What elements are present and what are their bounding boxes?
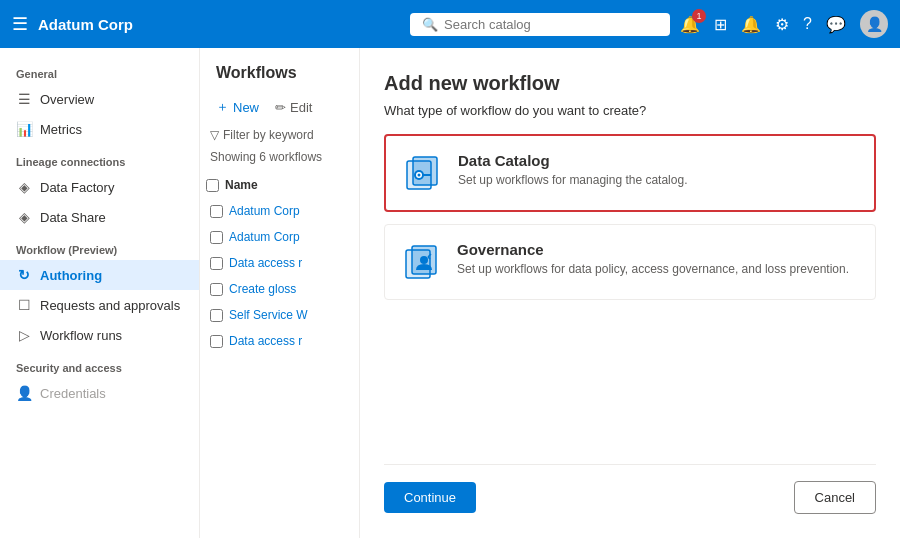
- data-catalog-desc: Set up workflows for managing the catalo…: [458, 173, 687, 187]
- section-label-general: General: [0, 56, 199, 84]
- sidebar-item-data-factory[interactable]: ◈ Data Factory: [0, 172, 199, 202]
- authoring-icon: ↻: [16, 267, 32, 283]
- workflow-runs-icon: ▷: [16, 327, 32, 343]
- continue-button[interactable]: Continue: [384, 482, 476, 513]
- topbar: ☰ Adatum Corp 🔍 🔔 1 ⊞ 🔔 ⚙ ? 💬 👤: [0, 0, 900, 48]
- sidebar-item-label: Workflow runs: [40, 328, 122, 343]
- workflow-name[interactable]: Data access r: [229, 256, 302, 270]
- filter-label: Filter by keyword: [223, 128, 314, 142]
- metrics-icon: 📊: [16, 121, 32, 137]
- add-workflow-dialog: Add new workflow What type of workflow d…: [360, 48, 900, 538]
- governance-desc: Set up workflows for data policy, access…: [457, 262, 849, 276]
- search-input[interactable]: [444, 17, 658, 32]
- apps-icon[interactable]: ⊞: [714, 15, 727, 34]
- hamburger-icon[interactable]: ☰: [12, 13, 28, 35]
- dialog-title: Add new workflow: [384, 72, 876, 95]
- workflow-option-governance[interactable]: Governance Set up workflows for data pol…: [384, 224, 876, 300]
- alert-icon[interactable]: 🔔: [741, 15, 761, 34]
- sidebar-item-data-share[interactable]: ◈ Data Share: [0, 202, 199, 232]
- app-logo: Adatum Corp: [38, 16, 133, 33]
- workflows-panel: Workflows ＋ New ✏ Edit ▽ Filter by keywo…: [200, 48, 360, 538]
- sidebar-section-general: General ☰ Overview 📊 Metrics: [0, 56, 199, 144]
- settings-icon[interactable]: ⚙: [775, 15, 789, 34]
- data-catalog-icon: [402, 152, 444, 194]
- table-row: Adatum Corp: [204, 198, 355, 224]
- search-box: 🔍: [410, 13, 670, 36]
- sidebar-item-authoring[interactable]: ↻ Authoring: [0, 260, 199, 290]
- help-icon[interactable]: ?: [803, 15, 812, 33]
- sidebar-item-label: Credentials: [40, 386, 106, 401]
- table-row: Data access r: [204, 328, 355, 354]
- column-header: Name: [200, 172, 359, 198]
- workflows-count: Showing 6 workflows: [200, 150, 359, 172]
- sidebar-section-lineage: Lineage connections ◈ Data Factory ◈ Dat…: [0, 144, 199, 232]
- row-checkbox[interactable]: [210, 309, 223, 322]
- dialog-subtitle: What type of workflow do you want to cre…: [384, 103, 876, 118]
- sidebar-section-workflow: Workflow (Preview) ↻ Authoring ☐ Request…: [0, 232, 199, 350]
- sidebar-item-label: Data Factory: [40, 180, 114, 195]
- section-label-lineage: Lineage connections: [0, 144, 199, 172]
- row-checkbox[interactable]: [210, 231, 223, 244]
- sidebar-item-label: Data Share: [40, 210, 106, 225]
- search-icon: 🔍: [422, 17, 438, 32]
- dialog-footer: Continue Cancel: [384, 464, 876, 514]
- svg-point-11: [420, 256, 428, 264]
- avatar[interactable]: 👤: [860, 10, 888, 38]
- sidebar-item-overview[interactable]: ☰ Overview: [0, 84, 199, 114]
- workflow-name[interactable]: Self Service W: [229, 308, 308, 322]
- workflow-name[interactable]: Data access r: [229, 334, 302, 348]
- filter-bar[interactable]: ▽ Filter by keyword: [200, 128, 359, 150]
- table-row: Create gloss: [204, 276, 355, 302]
- section-label-workflow: Workflow (Preview): [0, 232, 199, 260]
- workflows-title: Workflows: [200, 60, 359, 94]
- governance-icon: [401, 241, 443, 283]
- workflow-option-data-catalog[interactable]: Data Catalog Set up workflows for managi…: [384, 134, 876, 212]
- cancel-button[interactable]: Cancel: [794, 481, 876, 514]
- workflow-name[interactable]: Create gloss: [229, 282, 296, 296]
- sidebar: General ☰ Overview 📊 Metrics Lineage con…: [0, 48, 200, 538]
- sidebar-section-security: Security and access 👤 Credentials: [0, 350, 199, 408]
- feedback-icon[interactable]: 💬: [826, 15, 846, 34]
- workflow-name[interactable]: Adatum Corp: [229, 230, 300, 244]
- workflow-options: Data Catalog Set up workflows for managi…: [384, 134, 876, 456]
- notification-badge: 1: [692, 9, 706, 23]
- data-catalog-title: Data Catalog: [458, 152, 687, 169]
- credentials-icon: 👤: [16, 385, 32, 401]
- notification-icon[interactable]: 🔔 1: [680, 15, 700, 34]
- edit-label: Edit: [290, 100, 312, 115]
- svg-point-6: [418, 174, 421, 177]
- edit-button[interactable]: ✏ Edit: [269, 96, 318, 119]
- row-checkbox[interactable]: [210, 205, 223, 218]
- sidebar-item-label: Metrics: [40, 122, 82, 137]
- main-layout: General ☰ Overview 📊 Metrics Lineage con…: [0, 48, 900, 538]
- overview-icon: ☰: [16, 91, 32, 107]
- sidebar-item-label: Requests and approvals: [40, 298, 180, 313]
- governance-text: Governance Set up workflows for data pol…: [457, 241, 849, 276]
- new-label: New: [233, 100, 259, 115]
- workflow-name[interactable]: Adatum Corp: [229, 204, 300, 218]
- section-label-security: Security and access: [0, 350, 199, 378]
- name-col-header: Name: [225, 178, 258, 192]
- sidebar-item-workflow-runs[interactable]: ▷ Workflow runs: [0, 320, 199, 350]
- governance-title: Governance: [457, 241, 849, 258]
- filter-icon: ▽: [210, 128, 219, 142]
- requests-icon: ☐: [16, 297, 32, 313]
- data-share-icon: ◈: [16, 209, 32, 225]
- data-factory-icon: ◈: [16, 179, 32, 195]
- select-all-checkbox[interactable]: [206, 179, 219, 192]
- sidebar-item-credentials[interactable]: 👤 Credentials: [0, 378, 199, 408]
- table-row: Adatum Corp: [204, 224, 355, 250]
- row-checkbox[interactable]: [210, 257, 223, 270]
- table-row: Self Service W: [204, 302, 355, 328]
- dialog-overlay: Add new workflow What type of workflow d…: [360, 48, 900, 538]
- edit-icon: ✏: [275, 100, 286, 115]
- sidebar-item-label: Overview: [40, 92, 94, 107]
- workflows-toolbar: ＋ New ✏ Edit: [200, 94, 359, 128]
- row-checkbox[interactable]: [210, 335, 223, 348]
- sidebar-item-metrics[interactable]: 📊 Metrics: [0, 114, 199, 144]
- topbar-icons: 🔔 1 ⊞ 🔔 ⚙ ? 💬 👤: [680, 10, 888, 38]
- sidebar-item-requests[interactable]: ☐ Requests and approvals: [0, 290, 199, 320]
- workflows-list: Adatum Corp Adatum Corp Data access r Cr…: [200, 198, 359, 354]
- row-checkbox[interactable]: [210, 283, 223, 296]
- new-button[interactable]: ＋ New: [210, 94, 265, 120]
